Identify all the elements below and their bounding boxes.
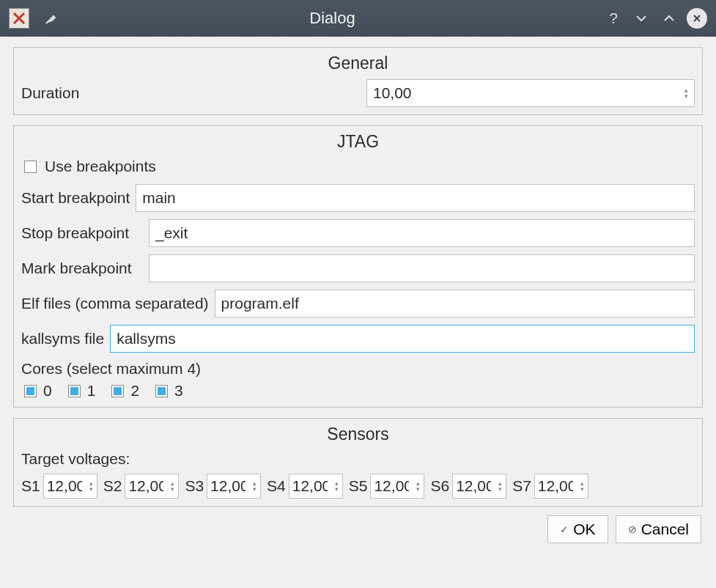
kallsyms-label: kallsyms file	[21, 330, 104, 348]
group-title-jtag: JTAG	[21, 132, 695, 152]
sensor-label-s5: S5	[349, 477, 368, 495]
sensor-item-s1: S1	[21, 474, 97, 499]
sensor-input-s3[interactable]	[207, 474, 248, 498]
core-label-0: 0	[43, 382, 52, 400]
sensor-spin-s3[interactable]	[248, 474, 260, 498]
target-voltages-label: Target voltages:	[21, 450, 695, 468]
mark-breakpoint-label: Mark breakpoint	[21, 260, 143, 277]
core-checkbox-2[interactable]	[111, 385, 124, 397]
sensor-spin-s4[interactable]	[331, 474, 342, 498]
titlebar: Dialog ?	[0, 0, 716, 37]
group-jtag: JTAG Use breakpoints Start breakpoint St…	[13, 125, 703, 408]
core-item-0: 0	[21, 382, 52, 400]
chevron-down-icon[interactable]	[416, 486, 420, 492]
core-item-1: 1	[65, 382, 96, 400]
sensor-label-s6: S6	[430, 477, 449, 495]
core-checkbox-1[interactable]	[68, 385, 81, 397]
pin-icon[interactable]	[41, 8, 62, 29]
chevron-down-icon[interactable]	[684, 93, 688, 99]
chevron-down-icon[interactable]	[335, 486, 339, 492]
sensor-spinbox-s4[interactable]	[289, 474, 343, 499]
close-icon[interactable]	[687, 8, 707, 29]
elf-files-input[interactable]	[215, 290, 695, 317]
core-checkbox-0[interactable]	[24, 385, 37, 397]
cores-row: 0 1 2 3	[21, 382, 695, 400]
window-title: Dialog	[62, 9, 603, 28]
sensor-spinbox-s2[interactable]	[125, 474, 179, 499]
group-general: General Duration	[13, 47, 703, 115]
cancel-button[interactable]: ⊘ Cancel	[616, 515, 701, 543]
stop-breakpoint-input[interactable]	[149, 219, 695, 247]
core-item-3: 3	[152, 382, 183, 400]
sensor-input-s5[interactable]	[371, 474, 412, 498]
core-label-3: 3	[174, 382, 183, 400]
core-label-1: 1	[87, 382, 96, 400]
sensor-spinbox-s5[interactable]	[370, 474, 424, 499]
duration-spinbox[interactable]	[366, 79, 695, 107]
window-controls: ?	[603, 8, 707, 29]
core-checkbox-3[interactable]	[155, 385, 168, 397]
sensor-item-s2: S2	[103, 474, 180, 499]
duration-input[interactable]	[367, 80, 678, 106]
use-breakpoints-checkbox[interactable]	[24, 161, 37, 173]
chevron-down-icon[interactable]	[171, 486, 174, 492]
sensor-label-s4: S4	[267, 477, 286, 495]
sensor-spin-s2[interactable]	[166, 474, 178, 498]
check-icon: ✓	[560, 524, 569, 534]
minimize-icon[interactable]	[631, 8, 652, 29]
sensor-label-s3: S3	[185, 477, 204, 495]
sensor-input-s4[interactable]	[289, 474, 331, 498]
sensor-item-s6: S6	[430, 474, 506, 499]
sensor-input-s1[interactable]	[44, 474, 85, 498]
chevron-down-icon[interactable]	[498, 486, 502, 492]
dialog-button-row: ✓ OK ⊘ Cancel	[13, 515, 703, 543]
sensor-label-s2: S2	[103, 477, 122, 495]
dialog-content: General Duration JTAG Use breakpoints St…	[0, 37, 716, 554]
row-kallsyms: kallsyms file	[21, 325, 695, 353]
maximize-icon[interactable]	[659, 8, 679, 29]
ok-button[interactable]: ✓ OK	[547, 515, 608, 543]
sensor-spinbox-s3[interactable]	[207, 474, 261, 499]
sensor-label-s7: S7	[512, 477, 531, 495]
cancel-icon: ⊘	[628, 524, 637, 534]
start-breakpoint-input[interactable]	[136, 184, 695, 212]
sensor-item-s3: S3	[185, 474, 261, 499]
chevron-down-icon[interactable]	[253, 486, 256, 492]
mark-breakpoint-input[interactable]	[149, 254, 695, 282]
row-stop-breakpoint: Stop breakpoint	[21, 219, 695, 247]
sensor-spin-s6[interactable]	[494, 474, 506, 498]
help-icon[interactable]: ?	[603, 8, 624, 29]
sensor-label-s1: S1	[21, 477, 40, 495]
row-mark-breakpoint: Mark breakpoint	[21, 254, 695, 282]
sensor-input-s7[interactable]	[535, 474, 576, 498]
row-elf-files: Elf files (comma separated)	[21, 290, 695, 317]
sensor-spin-s7[interactable]	[576, 474, 588, 498]
app-icon	[9, 8, 29, 29]
sensors-grid: S1 S2 S3 S4	[21, 474, 695, 499]
row-duration: Duration	[21, 79, 695, 107]
chevron-down-icon[interactable]	[580, 486, 584, 492]
ok-button-label: OK	[573, 521, 595, 538]
row-start-breakpoint: Start breakpoint	[21, 184, 695, 212]
duration-label: Duration	[21, 84, 361, 102]
core-label-2: 2	[130, 382, 139, 400]
sensor-spin-s1[interactable]	[85, 474, 97, 498]
sensor-input-s6[interactable]	[453, 474, 494, 498]
duration-spin-buttons[interactable]	[678, 80, 694, 106]
sensor-spinbox-s7[interactable]	[534, 474, 588, 499]
sensor-spinbox-s1[interactable]	[43, 474, 97, 499]
sensor-spin-s5[interactable]	[412, 474, 424, 498]
cores-label: Cores (select maximum 4)	[21, 360, 695, 378]
sensor-spinbox-s6[interactable]	[452, 474, 506, 499]
kallsyms-input[interactable]	[110, 325, 695, 353]
start-breakpoint-label: Start breakpoint	[21, 189, 130, 207]
use-breakpoints-label: Use breakpoints	[45, 158, 156, 175]
sensor-item-s4: S4	[267, 474, 343, 499]
group-title-sensors: Sensors	[21, 425, 695, 444]
chevron-down-icon[interactable]	[89, 486, 93, 492]
sensor-item-s5: S5	[349, 474, 425, 499]
cancel-button-label: Cancel	[641, 521, 689, 538]
sensor-input-s2[interactable]	[125, 474, 166, 498]
stop-breakpoint-label: Stop breakpoint	[21, 224, 143, 242]
row-use-breakpoints: Use breakpoints	[21, 158, 695, 175]
